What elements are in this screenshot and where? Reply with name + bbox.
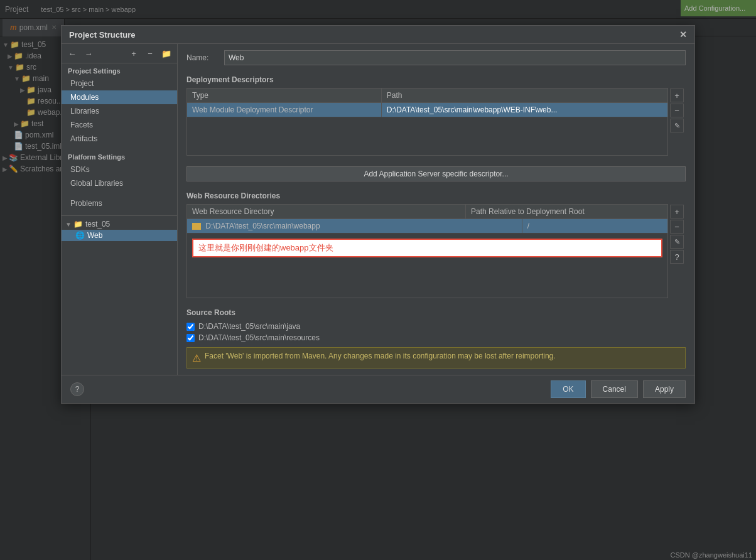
web-module-icon: 🌐 — [75, 231, 85, 240]
deployment-descriptors-table: Type Path Web Module Deployment Descript… — [186, 88, 668, 156]
deployment-table-header: Type Path — [187, 89, 667, 103]
name-input[interactable] — [224, 50, 686, 65]
dialog-title-bar: Project Structure ✕ — [62, 26, 694, 44]
deployment-descriptors-title: Deployment Descriptors — [186, 75, 686, 84]
remove-descriptor-btn[interactable]: − — [670, 104, 684, 117]
dialog-title: Project Structure — [69, 30, 135, 40]
tree-node-test05[interactable]: ▼ 📁 test_05 — [62, 218, 177, 230]
apply-button[interactable]: Apply — [643, 380, 686, 398]
dialog-close-button[interactable]: ✕ — [679, 30, 687, 40]
warning-icon: ⚠ — [192, 352, 201, 364]
ide-window: Project test_05 > src > main > webapp Ad… — [0, 0, 756, 560]
nav-item-artifacts[interactable]: Artifacts — [62, 132, 177, 146]
remove-wr-btn[interactable]: − — [670, 220, 684, 234]
web-resource-section: Web Resource Directories Web Resource Di… — [186, 189, 686, 301]
cancel-button[interactable]: Cancel — [591, 380, 638, 398]
nav-toolbar: ← → + − 📁 — [62, 44, 177, 63]
webapp-annotation: 这里就是你刚刚创建的webapp文件夹 — [192, 239, 662, 257]
add-wr-btn[interactable]: + — [670, 205, 684, 218]
nav-forward-button[interactable]: → — [82, 46, 95, 60]
help-wr-btn[interactable]: ? — [670, 250, 684, 264]
source-roots-title: Source Roots — [186, 308, 686, 317]
project-structure-dialog: Project Structure ✕ ← → + − 📁 — [61, 25, 695, 404]
add-button[interactable]: + — [127, 46, 141, 60]
folder-small-icon — [192, 223, 201, 230]
modal-overlay: Project Structure ✕ ← → + − 📁 — [0, 0, 756, 560]
source-root-java-checkbox[interactable] — [186, 323, 195, 331]
wr-path-header: Path Relative to Deployment Root — [466, 205, 667, 218]
wr-rel-cell: / — [522, 219, 667, 233]
main-area: ▼ 📁 test_05 ▶ 📁 .idea ▼ 📁 src ▼ 📁 main ▶ — [0, 36, 756, 560]
add-descriptor-btn[interactable]: + — [670, 89, 684, 102]
source-root-resources: D:\DATA\test_05\src\main\resources — [186, 332, 686, 343]
nav-item-global-libs[interactable]: Global Libraries — [62, 176, 177, 190]
path-cell: D:\DATA\test_05\src\main\webapp\WEB-INF\… — [382, 103, 667, 117]
tree-node-web[interactable]: 🌐 Web — [62, 230, 177, 241]
wr-dir-cell: D:\DATA\test_05\src\main\webapp — [187, 219, 522, 233]
web-resource-table: Web Resource Directory Path Relative to … — [186, 204, 668, 298]
nav-item-sdks[interactable]: SDKs — [62, 163, 177, 176]
source-roots-section: Source Roots D:\DATA\test_05\src\main\ja… — [186, 306, 686, 343]
warning-bar: ⚠ Facet 'Web' is imported from Maven. An… — [186, 347, 686, 369]
wr-table-row[interactable]: D:\DATA\test_05\src\main\webapp / — [187, 219, 667, 234]
source-root-resources-checkbox[interactable] — [186, 334, 195, 342]
dialog-body: ← → + − 📁 Project Settings Project Modul… — [62, 44, 694, 375]
csdn-watermark: CSDN @zhangweishuai11 — [667, 550, 756, 560]
add-app-server-descriptor-button[interactable]: Add Application Server specific descript… — [186, 166, 686, 181]
project-settings-header: Project Settings — [62, 63, 177, 77]
type-column-header: Type — [187, 89, 382, 102]
name-field-row: Name: — [186, 50, 686, 65]
type-cell: Web Module Deployment Descriptor — [187, 103, 382, 117]
dialog-right-panel: Name: Deployment Descriptors Type Path — [178, 44, 694, 375]
web-resource-title: Web Resource Directories — [186, 191, 686, 200]
nav-item-libraries[interactable]: Libraries — [62, 104, 177, 118]
nav-item-modules[interactable]: Modules — [62, 90, 177, 104]
footer-left: ? — [70, 382, 84, 396]
nav-back-button[interactable]: ← — [65, 46, 79, 60]
dialog-left-nav: ← → + − 📁 Project Settings Project Modul… — [62, 44, 178, 375]
wr-dir-header: Web Resource Directory — [187, 205, 466, 218]
nav-item-problems[interactable]: Problems — [62, 197, 177, 210]
name-label: Name: — [186, 53, 224, 62]
edit-wr-btn[interactable]: ✎ — [670, 235, 684, 249]
wr-table-header: Web Resource Directory Path Relative to … — [187, 205, 667, 219]
table-row[interactable]: Web Module Deployment Descriptor D:\DATA… — [187, 103, 667, 117]
nav-item-facets[interactable]: Facets — [62, 118, 177, 132]
module-folder-icon: 📁 — [73, 220, 83, 229]
folder-button[interactable]: 📁 — [159, 46, 173, 60]
help-button[interactable]: ? — [70, 382, 84, 396]
nav-item-project[interactable]: Project — [62, 77, 177, 90]
dialog-footer: ? OK Cancel Apply — [62, 375, 694, 403]
platform-settings-header: Platform Settings — [62, 149, 177, 163]
source-root-java: D:\DATA\test_05\src\main\java — [186, 321, 686, 332]
remove-button[interactable]: − — [143, 46, 157, 60]
path-column-header: Path — [382, 89, 667, 102]
tree-expand-arrow: ▼ — [65, 221, 72, 228]
ok-button[interactable]: OK — [551, 380, 585, 398]
module-tree: ▼ 📁 test_05 🌐 Web — [62, 215, 177, 244]
edit-descriptor-btn[interactable]: ✎ — [670, 119, 684, 132]
